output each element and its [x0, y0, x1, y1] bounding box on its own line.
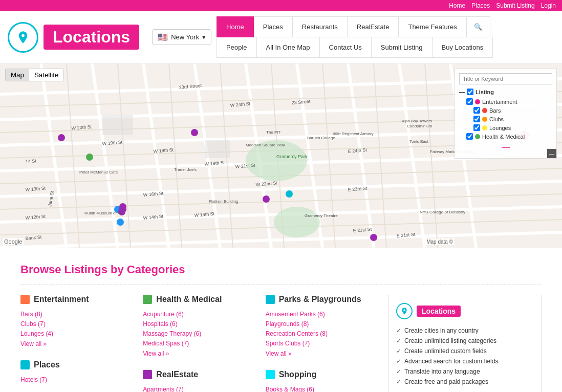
topbar-submit-link[interactable]: Submit Listing	[496, 2, 534, 9]
svg-text:Rubin Museum of Art: Rubin Museum of Art	[84, 211, 123, 215]
nav-people[interactable]: People	[217, 37, 256, 58]
svg-point-43	[263, 195, 270, 203]
svg-text:Flatiron Building: Flatiron Building	[209, 199, 238, 204]
hotels-link[interactable]: Hotels (7)	[20, 376, 47, 383]
sidebar-collapse-button[interactable]: —	[547, 149, 556, 158]
books-mags-link[interactable]: Books & Mags (6)	[266, 386, 314, 392]
satellite-view-button[interactable]: Satellite	[29, 69, 63, 81]
entertainment-view-all[interactable]: View all »	[20, 340, 47, 347]
list-item: Lounges (4)	[20, 329, 133, 338]
svg-text:Tonic East: Tonic East	[409, 139, 429, 144]
filter-minus-icon[interactable]: —	[502, 143, 510, 151]
feature-item: ✓ Translate into any language	[396, 366, 533, 377]
check-icon-5: ✓	[396, 368, 401, 375]
collapse-listing-icon[interactable]: —	[459, 89, 465, 95]
lounges-checkbox[interactable]	[473, 124, 480, 131]
clubs-checkbox[interactable]	[473, 116, 480, 122]
entertainment-checkbox[interactable]	[466, 98, 473, 105]
filter-clubs: Clubs	[459, 115, 552, 123]
recreation-link[interactable]: Recreation Centers (8)	[266, 330, 328, 337]
entertainment-column: Entertainment Bars (8) Clubs (7) Lounges…	[20, 295, 133, 392]
feature-item: ✓ Create free and paid packages	[396, 377, 533, 387]
feature-text-2: Create unlimited listing categories	[404, 337, 496, 344]
shopping-header: Shopping	[266, 370, 378, 379]
topbar-places-link[interactable]: Places	[471, 2, 490, 9]
health-list: Acupunture (6) Hospitals (6) Massage The…	[143, 309, 255, 348]
topbar: Home Places Submit Listing Login	[0, 0, 562, 11]
svg-point-41	[191, 129, 198, 136]
check-icon-4: ✓	[396, 358, 401, 365]
playgrounds-link[interactable]: Playgrounds (8)	[266, 320, 309, 328]
lounges-link[interactable]: Lounges (4)	[20, 330, 53, 337]
shopping-cat-title: Shopping	[279, 370, 317, 379]
location-dropdown[interactable]: 🇺🇸 New York ▾	[152, 29, 211, 45]
svg-point-32	[274, 207, 320, 237]
health-view-all[interactable]: View all »	[143, 350, 169, 357]
hospitals-link[interactable]: Hospitals (6)	[143, 320, 177, 328]
realestate-list: Apartments (7)	[143, 384, 255, 392]
parks-icon	[266, 295, 275, 304]
filter-health-medical: Health & Medical	[459, 132, 552, 141]
massage-link[interactable]: Massage Therapy (6)	[143, 330, 201, 337]
filter-entertainment: Entertainment	[459, 97, 552, 106]
apartments-link[interactable]: Apartments (7)	[143, 386, 183, 392]
feature-box: Locations ✓ Create cities in any country…	[388, 295, 542, 392]
search-button[interactable]: 🔍	[467, 16, 490, 37]
shopping-icon	[266, 370, 275, 379]
health-checkbox[interactable]	[466, 133, 473, 140]
bars-checkbox[interactable]	[473, 107, 480, 114]
topbar-home-link[interactable]: Home	[449, 2, 465, 9]
list-item: Massage Therapy (6)	[143, 329, 255, 338]
shopping-list: Books & Mags (6)	[266, 384, 378, 392]
health-cat-title: Health & Medical	[156, 295, 222, 304]
location-label: New York	[171, 33, 199, 41]
nav-home[interactable]: Home	[217, 16, 254, 37]
acupunture-link[interactable]: Acupunture (6)	[143, 311, 183, 318]
entertainment-cat-title: Entertainment	[34, 295, 89, 304]
feature-text-6: Create free and paid packages	[404, 378, 488, 385]
feature-item: ✓ Advanced search for custom fields	[396, 356, 533, 366]
topbar-login-link[interactable]: Login	[541, 2, 556, 9]
medical-spas-link[interactable]: Medical Spas (7)	[143, 340, 189, 347]
entertainment-color	[475, 99, 480, 104]
nav-restaurants[interactable]: Restaurants	[293, 16, 348, 37]
health-header: Health & Medical	[143, 295, 255, 304]
sports-clubs-link[interactable]: Sports Clubs (7)	[266, 340, 310, 347]
nav-all-in-one-map[interactable]: All In One Map	[257, 37, 320, 58]
clubs-link[interactable]: Clubs (7)	[20, 320, 46, 328]
clubs-color	[482, 117, 487, 122]
parks-view-all[interactable]: View all »	[266, 350, 292, 357]
map-data-text: Map data ©	[425, 238, 455, 245]
realestate-section: RealEstate Apartments (7)	[143, 370, 255, 392]
feature-text-1: Create cities in any country	[404, 327, 479, 334]
map-type-control: Map Satellite	[5, 69, 64, 81]
nav-contact-us[interactable]: Contact Us	[320, 37, 372, 58]
map-search-input[interactable]	[459, 73, 552, 84]
nav-realestate[interactable]: RealEstate	[348, 16, 399, 37]
nav-container: Home Places Restaurants RealEstate Theme…	[217, 16, 554, 58]
search-icon: 🔍	[474, 23, 482, 31]
health-color	[475, 134, 480, 139]
bars-link[interactable]: Bars (8)	[20, 311, 42, 318]
map-view-button[interactable]: Map	[6, 69, 29, 81]
map-background[interactable]: W 20th St W 19th St W 18th St W 19th St …	[0, 63, 562, 248]
nav-places[interactable]: Places	[254, 16, 293, 37]
check-icon-6: ✓	[396, 378, 401, 385]
list-item: Bars (8)	[20, 309, 133, 319]
listing-checkbox[interactable]	[467, 89, 473, 95]
entertainment-icon	[20, 295, 30, 304]
parks-header: Parks & Playgrounds	[266, 295, 378, 304]
dropdown-arrow-icon: ▾	[202, 33, 206, 41]
places-section: Places Hotels (7)	[20, 360, 133, 384]
flag-icon: 🇺🇸	[158, 32, 168, 42]
nav-buy-locations[interactable]: Buy Locations	[433, 37, 493, 58]
svg-text:Baruch College: Baruch College	[307, 136, 335, 140]
svg-text:Madison Square Park: Madison Square Park	[246, 143, 286, 147]
check-icon-3: ✓	[396, 347, 401, 355]
clubs-label: Clubs	[489, 116, 504, 122]
amusement-parks-link[interactable]: Amusement Parks (6)	[266, 311, 325, 318]
nav-submit-listing[interactable]: Submit Listing	[372, 37, 433, 58]
feature-box-header: Locations	[396, 303, 533, 319]
nav-theme-features[interactable]: Theme Features	[399, 16, 466, 37]
filter-listing-header: — Listing	[459, 89, 552, 95]
